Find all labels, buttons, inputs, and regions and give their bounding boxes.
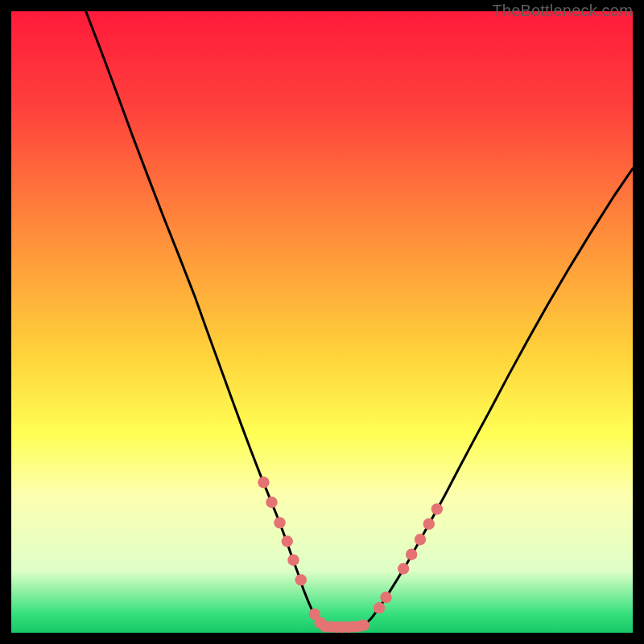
chart-frame <box>11 11 633 633</box>
gradient-background <box>11 11 633 633</box>
marker-dot <box>406 549 417 560</box>
watermark-text: TheBottleneck.com <box>492 2 633 20</box>
marker-dot <box>287 554 299 565</box>
marker-dot <box>274 517 285 528</box>
marker-dot <box>258 477 269 488</box>
marker-dot <box>374 602 385 613</box>
marker-dot <box>431 503 443 514</box>
marker-dot <box>398 563 409 574</box>
marker-dot <box>282 535 293 547</box>
marker-dot <box>423 518 435 530</box>
marker-dot <box>295 574 307 585</box>
marker-dot <box>358 620 369 631</box>
marker-dot <box>415 534 426 545</box>
marker-dot <box>380 592 391 603</box>
chart-canvas <box>11 11 633 633</box>
marker-dot <box>266 497 277 508</box>
